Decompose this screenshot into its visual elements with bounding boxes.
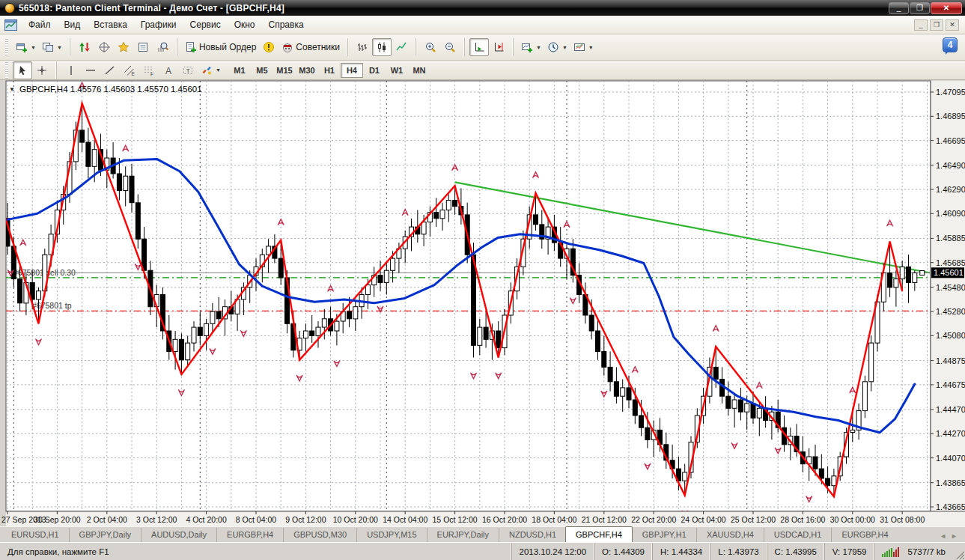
bar-chart-icon [356, 41, 368, 53]
svg-text:21 Oct 12:00: 21 Oct 12:00 [582, 515, 627, 524]
take-profit-line-label: #675801 tp [32, 301, 72, 310]
candlestick-chart-button[interactable] [372, 38, 392, 56]
strategy-tester-icon [156, 41, 168, 53]
chart-canvas[interactable]: #675801 sell 0.30#675801 tp▼GBPCHF,H4 1.… [0, 80, 965, 526]
chart-context-arrow-icon[interactable]: ▼ [9, 86, 15, 93]
timeframe-d1-button[interactable]: D1 [363, 63, 386, 78]
market-watch-button[interactable] [75, 38, 94, 56]
chart-tab-0[interactable]: EURUSD,H1 [1, 528, 69, 542]
expert-advisors-button-label: Советники [296, 42, 340, 52]
templates-button[interactable]: ▼ [570, 38, 597, 56]
periods-button[interactable]: ▼ [544, 38, 570, 56]
label-tool-button[interactable]: T [178, 61, 198, 79]
profiles-button[interactable]: ▼ [39, 38, 65, 56]
toolbar-grip[interactable] [5, 39, 8, 55]
indicators-button[interactable]: ▼ [518, 38, 544, 56]
strategy-tester-button[interactable] [153, 38, 172, 56]
timeframe-m1-button[interactable]: M1 [228, 63, 251, 78]
minimize-button[interactable]: _ [889, 2, 909, 14]
tabs-scroll-left-icon[interactable]: ◄ [940, 532, 946, 540]
chart-tab-10[interactable]: XAUUSD,H4 [696, 528, 764, 542]
fibonacci-tool-button[interactable]: F [139, 61, 159, 79]
maximize-button[interactable]: ❐ [910, 2, 930, 14]
notifications-badge[interactable]: 4 [943, 37, 958, 52]
menu-item-2[interactable]: Вставка [87, 17, 134, 32]
timeframe-w1-button[interactable]: W1 [386, 63, 408, 78]
timeframe-mn-button[interactable]: MN [408, 63, 430, 78]
chart-tab-2[interactable]: AUDUSD,Daily [141, 528, 216, 542]
resize-grip[interactable] [953, 548, 965, 560]
chart-plot-area[interactable] [6, 81, 931, 511]
mdi-restore-button[interactable]: ❐ [930, 19, 943, 31]
vertical-line-tool-button[interactable] [61, 61, 81, 79]
mdi-close-button[interactable]: ✕ [946, 19, 959, 31]
terminal-button[interactable] [133, 38, 153, 56]
menu-item-4[interactable]: Сервис [183, 17, 228, 32]
svg-text:15 Oct 12:00: 15 Oct 12:00 [433, 515, 478, 524]
chart-tab-4[interactable]: GBPUSD,M30 [283, 528, 356, 542]
menu-item-0[interactable]: Файл [22, 17, 58, 32]
metaeditor-button[interactable] [259, 38, 278, 56]
chart-tab-1[interactable]: GBPJPY,Daily [69, 528, 141, 542]
crosshair-tool-icon [36, 64, 48, 76]
channel-tool-button[interactable]: E [120, 61, 139, 79]
chart-shift-button[interactable] [489, 38, 508, 56]
status-close: C: 1.43995 [767, 543, 824, 560]
trendline-tool-button[interactable] [100, 61, 120, 79]
window-title: 565018: Panteon Client Terminal - Демо С… [19, 3, 889, 13]
standard-toolbar: ▼▼Новый ОрдерСоветники▼▼▼ 4 [0, 34, 965, 61]
status-open: O: 1.44309 [594, 543, 652, 560]
close-button[interactable]: ✕ [931, 2, 962, 14]
menu-item-6[interactable]: Справка [262, 17, 311, 32]
zoom-out-button[interactable] [440, 38, 460, 56]
chart-tab-8[interactable]: GBPCHF,H4 [565, 526, 633, 542]
timeframe-h1-button[interactable]: H1 [318, 63, 341, 78]
menu-item-3[interactable]: Графики [134, 17, 183, 32]
bar-chart-button[interactable] [353, 38, 372, 56]
svg-text:1.46290: 1.46290 [936, 185, 965, 194]
horizontal-line-tool-button[interactable] [81, 61, 100, 79]
chart-tab-9[interactable]: GBPJPY,H1 [632, 528, 696, 542]
status-datetime: 2013.10.24 12:00 [511, 543, 594, 560]
new-chart-button[interactable]: ▼ [13, 38, 39, 56]
chart-tab-11[interactable]: USDCAD,H1 [764, 528, 832, 542]
menu-item-1[interactable]: Вид [58, 17, 88, 32]
toolbar-grip2[interactable] [5, 62, 8, 79]
shapes-tool-button[interactable]: ▼ [198, 61, 224, 79]
auto-scroll-button[interactable] [469, 38, 489, 56]
expert-advisors-button[interactable]: Советники [278, 38, 343, 56]
chart-tab-6[interactable]: EURJPY,Daily [427, 528, 499, 542]
timeframe-m30-button[interactable]: M30 [296, 63, 318, 78]
line-chart-button[interactable] [392, 38, 411, 56]
tabs-scroll-right-icon[interactable]: ► [951, 532, 958, 540]
crosshair-tool-button[interactable] [32, 61, 52, 79]
cursor-tool-button[interactable] [13, 61, 32, 79]
svg-text:1.43665: 1.43665 [936, 502, 965, 511]
timeframe-h4-button[interactable]: H4 [341, 63, 363, 78]
chart-tab-12[interactable]: EURGBP,H4 [831, 528, 898, 542]
timeframes-toolbar: M1M5M15M30H1H4D1W1MN [226, 63, 433, 78]
horizontal-line-tool-icon [85, 64, 97, 76]
navigator-button[interactable] [114, 38, 133, 56]
mdi-minimize-button[interactable]: _ [914, 19, 928, 31]
svg-text:10 Oct 20:00: 10 Oct 20:00 [333, 515, 378, 524]
new-order-button[interactable]: Новый Ордер [182, 38, 259, 56]
drawing-toolbar: EFAT▼ M1M5M15M30H1H4D1W1MN [0, 61, 965, 80]
zoom-in-button[interactable] [421, 38, 440, 56]
svg-text:2 Oct 04:00: 2 Oct 04:00 [87, 515, 127, 524]
data-window-button[interactable] [94, 38, 114, 56]
svg-text:1.44070: 1.44070 [936, 454, 965, 463]
chart-tab-5[interactable]: USDJPY,M15 [356, 528, 426, 542]
timeframe-m15-button[interactable]: M15 [273, 63, 296, 78]
svg-text:1.45080: 1.45080 [936, 331, 965, 340]
svg-text:30 Oct 00:00: 30 Oct 00:00 [830, 515, 875, 524]
text-tool-button[interactable]: A [159, 61, 178, 79]
timeframe-m5-button[interactable]: M5 [251, 63, 273, 78]
new-chart-icon [16, 41, 28, 53]
chart-tab-7[interactable]: NZDUSD,H1 [499, 528, 566, 542]
chart-tab-3[interactable]: EURGBP,H4 [216, 528, 283, 542]
svg-text:22 Oct 20:00: 22 Oct 20:00 [631, 515, 676, 524]
svg-text:1.45280: 1.45280 [936, 307, 965, 316]
chart-shift-icon [493, 41, 505, 53]
menu-item-5[interactable]: Окно [228, 17, 262, 32]
